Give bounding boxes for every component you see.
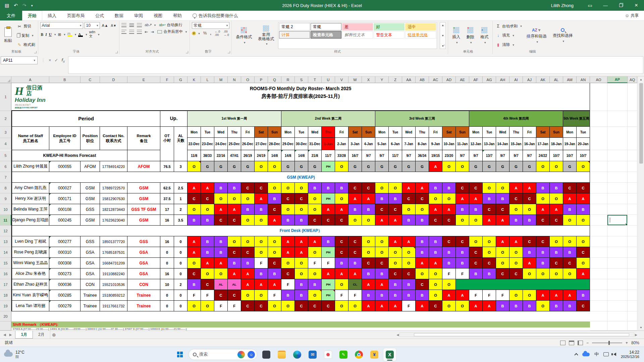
speaker-icon[interactable]	[613, 353, 616, 356]
column-header-V[interactable]: V	[335, 76, 348, 83]
forecast-cell[interactable]: 24/22	[536, 150, 550, 161]
shift-cell[interactable]: A	[375, 279, 389, 290]
column-header-AA[interactable]: AA	[402, 76, 416, 83]
shift-cell[interactable]: C	[241, 301, 255, 311]
shift-cell[interactable]: O	[348, 215, 362, 226]
empty-cell[interactable]	[607, 301, 628, 311]
shift-cell[interactable]: B	[295, 279, 308, 290]
shift-cell[interactable]: B	[577, 204, 590, 215]
shift-cell[interactable]: O	[402, 258, 416, 268]
shift-cell[interactable]: A	[322, 268, 335, 279]
shift-cell[interactable]: A	[281, 236, 295, 247]
staff-contact[interactable]: 19110882240	[100, 268, 127, 279]
shift-cell[interactable]: B	[375, 193, 389, 204]
shift-cell[interactable]: O	[335, 193, 348, 204]
empty-cell[interactable]	[628, 204, 637, 215]
staff-contact[interactable]: 17623623040	[100, 215, 127, 226]
shift-cell[interactable]: O	[509, 204, 523, 215]
next-sheet-icon[interactable]: ▶	[9, 333, 12, 337]
column-header-Z[interactable]: Z	[389, 76, 402, 83]
shift-cell[interactable]: A	[375, 301, 389, 311]
row-header-13[interactable]: 13	[0, 236, 11, 247]
staff-position[interactable]: AFOM	[80, 161, 100, 172]
shift-cell[interactable]: B	[496, 193, 509, 204]
shift-cell[interactable]: A	[429, 258, 442, 268]
comma-style-icon[interactable]: ,	[210, 31, 211, 36]
decrease-font-icon[interactable]: A▼	[110, 22, 117, 29]
shift-cell[interactable]: C	[509, 193, 523, 204]
row-header-blank[interactable]	[0, 321, 11, 330]
align-left-icon[interactable]	[121, 30, 126, 34]
row-header-4[interactable]: 4	[0, 138, 11, 149]
staff-ot[interactable]: 16	[160, 236, 174, 247]
row-header-14[interactable]: 14	[0, 247, 11, 258]
shift-cell[interactable]: B	[308, 279, 322, 290]
empty-cell[interactable]	[607, 290, 628, 301]
shift-cell[interactable]: B	[429, 236, 442, 247]
staff-contact[interactable]: 17889722570	[100, 183, 127, 193]
forecast-cell[interactable]: 10/7	[563, 150, 577, 161]
shift-cell[interactable]: C	[375, 204, 389, 215]
forecast-cell[interactable]: 23/20	[442, 150, 456, 161]
shift-cell[interactable]: B	[187, 279, 201, 290]
staff-position[interactable]: GSS	[80, 204, 100, 215]
forecast-cell[interactable]: 16/7	[348, 150, 362, 161]
decrease-decimal-icon[interactable]: .00→.0	[223, 30, 229, 37]
staff-al[interactable]: 2.5	[174, 183, 187, 193]
autosum-button[interactable]: Σ自动求和 ▾	[495, 23, 523, 29]
shift-cell[interactable]: G	[469, 161, 483, 172]
staff-al[interactable]: 3.5	[174, 215, 187, 226]
shift-cell[interactable]: C	[255, 301, 268, 311]
shift-cell[interactable]: B	[509, 215, 523, 226]
shift-cell[interactable]: G	[362, 161, 375, 172]
staff-contact[interactable]: 16684731209	[100, 258, 127, 268]
shift-cell[interactable]: O	[429, 279, 442, 290]
shift-cell[interactable]: O	[509, 258, 523, 268]
empty-cell[interactable]	[590, 161, 607, 172]
shift-cell[interactable]: B	[214, 247, 228, 258]
zoom-slider[interactable]	[592, 343, 622, 343]
shift-cell[interactable]: C	[563, 258, 577, 268]
shift-cell[interactable]: O	[402, 204, 416, 215]
shift-cell[interactable]: C	[335, 215, 348, 226]
column-header-AB[interactable]: AB	[416, 76, 429, 83]
row-header-9[interactable]: 9	[0, 193, 11, 204]
staff-ot[interactable]: 16	[160, 215, 174, 226]
shift-cell[interactable]: C	[241, 183, 255, 193]
shift-cell[interactable]: B	[456, 258, 469, 268]
forecast-cell[interactable]: 9/7	[523, 150, 536, 161]
empty-cell[interactable]	[628, 236, 637, 247]
shift-cell[interactable]: A	[402, 236, 416, 247]
shift-cell[interactable]: O	[389, 183, 402, 193]
shift-cell[interactable]: C	[187, 193, 201, 204]
column-header-AO[interactable]: AO	[590, 76, 607, 83]
column-header-AF[interactable]: AF	[469, 76, 483, 83]
shift-cell[interactable]: O	[295, 183, 308, 193]
empty-cell[interactable]	[607, 111, 628, 127]
row-header-16[interactable]: 16	[0, 268, 11, 279]
staff-name[interactable]: Lven Ding 丁相斌	[11, 236, 49, 247]
forecast-cell[interactable]: 11/7	[389, 150, 402, 161]
ribbon-tab-插入[interactable]: 插入	[42, 11, 62, 20]
merge-center-button[interactable]: 合并后居中 ▾	[157, 29, 187, 35]
staff-ot[interactable]: 0	[160, 258, 174, 268]
staff-name[interactable]: Henry Xie 谢沃明	[11, 193, 49, 204]
shift-cell[interactable]: B	[483, 193, 496, 204]
shift-cell[interactable]: A	[187, 183, 201, 193]
shift-cell[interactable]: A	[295, 236, 308, 247]
shift-cell[interactable]: B	[402, 215, 416, 226]
new-sheet-icon[interactable]: ⊕	[50, 331, 58, 339]
shift-cell[interactable]: F	[201, 290, 214, 301]
shift-cell[interactable]: O	[375, 183, 389, 193]
shift-cell[interactable]: O	[416, 204, 429, 215]
staff-contact[interactable]: 18212873443	[100, 204, 127, 215]
staff-name[interactable]: Winni Wang 王晶晶	[11, 258, 49, 268]
column-header-A[interactable]: A	[11, 76, 49, 83]
shift-cell[interactable]: A	[348, 193, 362, 204]
shift-cell[interactable]: F	[187, 290, 201, 301]
empty-cell[interactable]	[607, 161, 628, 172]
forecast-cell[interactable]: 47/41	[228, 150, 241, 161]
shift-cell[interactable]: B	[402, 290, 416, 301]
zoom-level[interactable]: 80%	[631, 341, 639, 345]
forecast-cell[interactable]: 10/7	[550, 150, 563, 161]
